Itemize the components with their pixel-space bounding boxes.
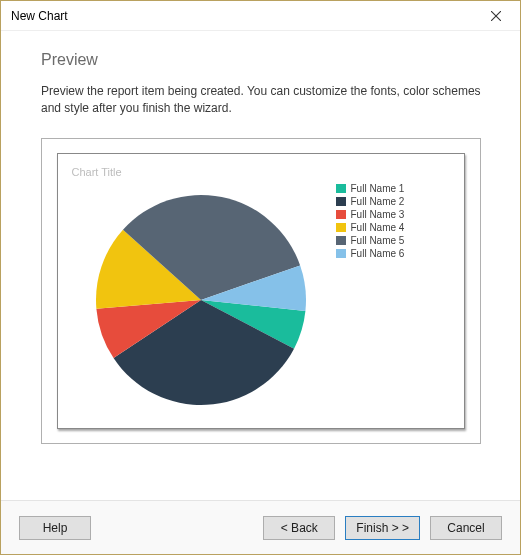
chart-title: Chart Title [72,166,454,178]
legend-label: Full Name 5 [351,234,405,247]
chart-legend: Full Name 1Full Name 2Full Name 3Full Na… [330,182,454,418]
close-icon [491,11,501,21]
legend-swatch [336,184,346,193]
legend-item: Full Name 2 [336,195,454,208]
cancel-button[interactable]: Cancel [430,516,502,540]
legend-swatch [336,223,346,232]
legend-swatch [336,210,346,219]
dialog-footer: Help < Back Finish > > Cancel [1,500,520,554]
legend-label: Full Name 6 [351,247,405,260]
chart-card: Chart Title Full Name 1Full Name 2Full N… [57,153,465,429]
section-heading: Preview [41,51,494,69]
window-title: New Chart [11,9,68,23]
preview-frame: Chart Title Full Name 1Full Name 2Full N… [41,138,481,444]
pie-chart [91,190,311,410]
legend-swatch [336,197,346,206]
legend-item: Full Name 3 [336,208,454,221]
legend-label: Full Name 1 [351,182,405,195]
legend-label: Full Name 2 [351,195,405,208]
legend-item: Full Name 6 [336,247,454,260]
close-button[interactable] [478,4,514,28]
help-button[interactable]: Help [19,516,91,540]
chart-body: Full Name 1Full Name 2Full Name 3Full Na… [72,182,454,418]
content-area: Preview Preview the report item being cr… [1,31,520,454]
pie-chart-container [72,182,330,418]
legend-swatch [336,236,346,245]
titlebar: New Chart [1,1,520,31]
section-description: Preview the report item being created. Y… [41,83,484,118]
legend-item: Full Name 4 [336,221,454,234]
back-button[interactable]: < Back [263,516,335,540]
legend-item: Full Name 5 [336,234,454,247]
legend-label: Full Name 3 [351,208,405,221]
legend-item: Full Name 1 [336,182,454,195]
legend-swatch [336,249,346,258]
finish-button[interactable]: Finish > > [345,516,420,540]
legend-label: Full Name 4 [351,221,405,234]
